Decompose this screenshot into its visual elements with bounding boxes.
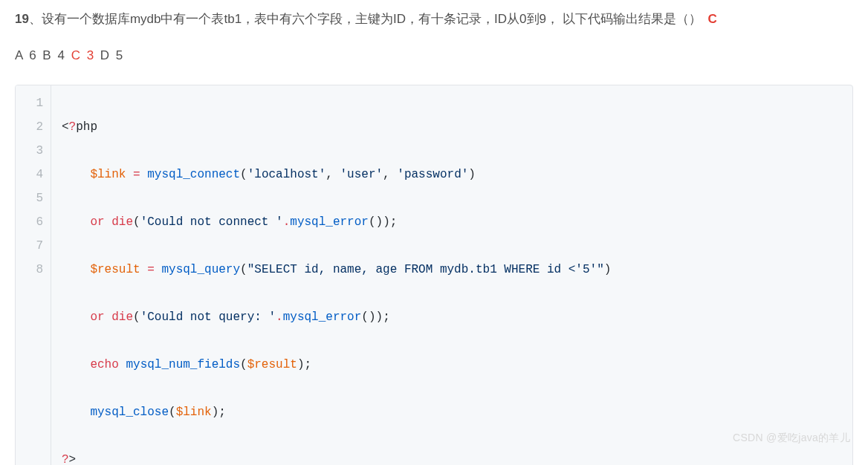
- code-punc: ,: [383, 168, 397, 181]
- indent: [62, 310, 90, 324]
- code-punc: ): [604, 263, 612, 276]
- code-punc: (: [369, 215, 376, 229]
- code-punc: ): [376, 310, 383, 324]
- question-text: 设有一个数据库mydb中有一个表tb1，表中有六个字段，主键为ID，有十条记录，…: [42, 12, 702, 26]
- php-open-angle: <: [62, 120, 69, 134]
- space: [119, 358, 126, 371]
- code-kw: die: [111, 310, 133, 324]
- code-line: echo mysql_num_fields($result);: [62, 353, 611, 377]
- code-op: =: [140, 263, 162, 276]
- code-line: mysql_close($link);: [62, 400, 611, 424]
- php-close-angle: >: [69, 453, 77, 465]
- code-block: 1 2 3 4 5 6 7 8 <?php $link = mysql_conn…: [15, 85, 853, 465]
- code-punc: ): [376, 215, 383, 229]
- question-header: 19、设有一个数据库mydb中有一个表tb1，表中有六个字段，主键为ID，有十条…: [15, 9, 853, 30]
- code-line: or die('Could not query: '.mysql_error()…: [62, 305, 611, 329]
- code-str: "SELECT id, name, age FROM mydb.tb1 WHER…: [247, 263, 604, 276]
- code-punc: ,: [326, 168, 340, 181]
- space: [105, 310, 112, 324]
- answer-mark: C: [708, 12, 717, 26]
- code-punc: ): [383, 215, 390, 229]
- indent: [62, 406, 90, 419]
- code-punc: (: [133, 310, 140, 324]
- code-kw: echo: [90, 358, 118, 371]
- line-number: 5: [23, 186, 51, 210]
- code-str: 'Could not query: ': [140, 310, 276, 324]
- line-number-gutter: 1 2 3 4 5 6 7 8: [16, 85, 51, 465]
- line-number: 3: [23, 139, 51, 163]
- code-line: <?php: [62, 115, 611, 139]
- question-number: 19: [15, 12, 29, 26]
- code-punc: (: [240, 263, 247, 276]
- code-op: .: [276, 310, 283, 324]
- code-line: $result = mysql_query("SELECT id, name, …: [62, 258, 611, 282]
- indent: [62, 168, 90, 181]
- code-punc: ;: [383, 310, 390, 324]
- code-fn: mysql_error: [283, 310, 362, 324]
- php-close-q: ?: [62, 453, 69, 465]
- code-punc: ;: [218, 406, 226, 419]
- option-d-value: 5: [116, 48, 124, 62]
- code-str: 'Could not connect ': [140, 215, 283, 229]
- code-fn: mysql_num_fields: [126, 358, 240, 371]
- line-number: 8: [23, 258, 51, 282]
- space: [105, 215, 112, 229]
- option-c-label: C: [71, 48, 82, 62]
- php-tag: php: [76, 120, 97, 134]
- code-str: 'localhost': [247, 168, 326, 181]
- indent: [62, 358, 90, 371]
- code-punc: (: [240, 168, 247, 181]
- code-line: or die('Could not connect '.mysql_error(…: [62, 210, 611, 234]
- code-op: =: [126, 168, 147, 181]
- code-kw: or: [90, 310, 104, 324]
- code-var: $result: [247, 358, 297, 371]
- code-var: $result: [90, 263, 140, 276]
- code-str: 'password': [397, 168, 468, 181]
- option-c-value: 3: [87, 48, 95, 62]
- question-sep: 、: [29, 12, 42, 26]
- code-kw: or: [90, 215, 104, 229]
- code-fn: mysql_error: [290, 215, 369, 229]
- option-a-label: A: [15, 48, 24, 62]
- php-q: ?: [69, 120, 77, 134]
- code-punc: (: [133, 215, 140, 229]
- indent: [62, 263, 90, 276]
- code-content: <?php $link = mysql_connect('localhost',…: [51, 85, 621, 465]
- code-str: 'user': [340, 168, 383, 181]
- indent: [62, 215, 90, 229]
- option-d-label: D: [100, 48, 111, 62]
- code-punc: (: [361, 310, 369, 324]
- code-line: ?>: [62, 448, 611, 465]
- code-fn: mysql_connect: [147, 168, 240, 181]
- code-punc: (: [240, 358, 247, 371]
- option-b-value: 4: [57, 48, 65, 62]
- option-b-label: B: [42, 48, 52, 62]
- code-punc: ;: [390, 215, 398, 229]
- line-number: 4: [23, 163, 51, 186]
- code-fn: mysql_close: [90, 406, 169, 419]
- line-number: 7: [23, 234, 51, 258]
- code-punc: (: [169, 406, 176, 419]
- line-number: 1: [23, 91, 51, 115]
- code-punc: ): [468, 168, 476, 181]
- line-number: 2: [23, 115, 51, 139]
- code-op: .: [283, 215, 291, 229]
- code-var: $link: [176, 406, 212, 419]
- code-punc: ): [212, 406, 219, 419]
- code-fn: mysql_query: [161, 263, 240, 276]
- code-var: $link: [90, 168, 126, 181]
- code-punc: ;: [304, 358, 311, 371]
- line-number: 6: [23, 210, 51, 234]
- code-punc: ): [369, 310, 376, 324]
- code-line: $link = mysql_connect('localhost', 'user…: [62, 163, 611, 186]
- options-row: A 6 B 4 C 3 D 5: [15, 45, 853, 67]
- code-kw: die: [111, 215, 133, 229]
- option-a-value: 6: [29, 48, 37, 62]
